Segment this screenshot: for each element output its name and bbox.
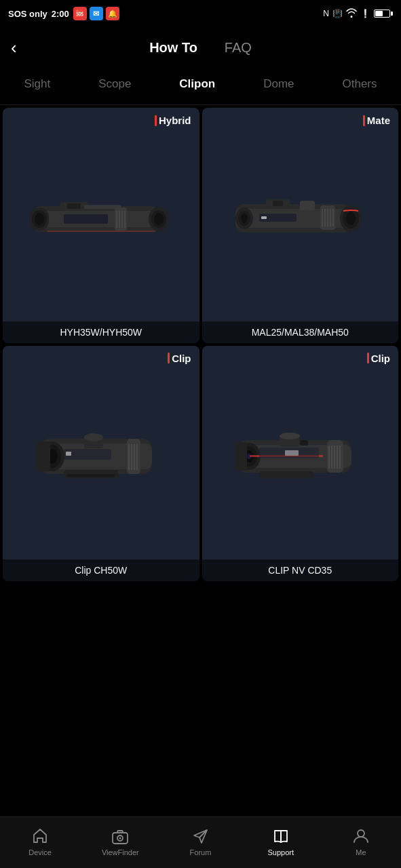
- nav-item-viewfinder[interactable]: ViewFinder: [80, 827, 160, 856]
- product-grid: Hybrid: [0, 105, 401, 584]
- product-card-cd35[interactable]: Clip: [202, 346, 399, 581]
- msg-icon: ✉: [90, 7, 103, 20]
- tab-how-to[interactable]: How To: [149, 37, 197, 58]
- svg-rect-51: [67, 474, 115, 477]
- alert-icon: 🔔: [106, 7, 119, 20]
- nav-item-device[interactable]: Device: [0, 827, 80, 856]
- nav-label-me: Me: [356, 848, 366, 856]
- nav-label-support: Support: [267, 848, 294, 856]
- empty-space: [0, 584, 401, 817]
- product-badge-clip1: Clip: [168, 353, 191, 364]
- vibrate-icon: 📳: [332, 9, 343, 18]
- time: 2:00: [52, 9, 69, 19]
- svg-rect-17: [47, 231, 155, 232]
- product-badge-hybrid: Hybrid: [155, 115, 191, 126]
- svg-rect-16: [64, 214, 108, 224]
- nav-label-forum: Forum: [190, 848, 212, 856]
- cat-tab-scope[interactable]: Scope: [93, 75, 136, 94]
- signal-alert-icon: ❕: [360, 9, 370, 18]
- nav-item-me[interactable]: Me: [321, 827, 401, 856]
- nav-label-viewfinder: ViewFinder: [102, 848, 139, 856]
- product-badge-mate: Mate: [363, 115, 390, 126]
- svg-point-62: [280, 433, 300, 439]
- book-icon: [271, 827, 290, 846]
- header: ‹ How To FAQ: [0, 27, 401, 68]
- product-image-cd35: [202, 346, 399, 559]
- battery-icon: [374, 9, 393, 18]
- nav-label-device: Device: [28, 848, 52, 856]
- send-icon: [191, 827, 210, 846]
- status-bar: SOS only 2:00 🆘 ✉ 🔔 N 📳 ❕: [0, 0, 401, 27]
- sos-text: SOS only: [8, 9, 47, 19]
- cat-tab-clipon[interactable]: Clipon: [174, 75, 221, 94]
- wifi-icon: [346, 8, 357, 20]
- product-label-mal: MAL25/MAL38/MAH50: [202, 321, 399, 343]
- user-icon: [351, 827, 370, 846]
- svg-rect-73: [259, 471, 313, 478]
- svg-point-78: [358, 830, 364, 837]
- nav-item-support[interactable]: Support: [241, 827, 321, 856]
- svg-point-4: [154, 213, 164, 225]
- product-label-ch50w: Clip CH50W: [3, 559, 199, 581]
- nfc-icon: N: [323, 9, 329, 18]
- cat-tab-others[interactable]: Others: [337, 75, 382, 94]
- product-badge-clip2: Clip: [367, 353, 390, 364]
- svg-rect-60: [235, 442, 247, 471]
- back-button[interactable]: ‹: [11, 39, 17, 56]
- svg-rect-9: [67, 203, 81, 209]
- bottom-nav: Device ViewFinder Forum: [0, 816, 401, 868]
- cat-tab-dome[interactable]: Dome: [258, 75, 299, 94]
- header-tabs: How To FAQ: [149, 37, 252, 58]
- sos-icon: 🆘: [73, 7, 87, 20]
- product-card-hyh[interactable]: Hybrid: [3, 108, 199, 343]
- svg-rect-36: [261, 216, 267, 219]
- svg-point-7: [35, 213, 44, 225]
- svg-rect-64: [327, 440, 343, 473]
- svg-point-22: [346, 212, 356, 225]
- product-card-ch50w[interactable]: Clip: [3, 346, 199, 581]
- category-tabs: Sight Scope Clipon Dome Others: [0, 68, 401, 105]
- svg-rect-28: [300, 201, 315, 210]
- svg-point-44: [84, 433, 103, 441]
- home-icon: [31, 827, 50, 846]
- product-label-hyh: HYH35W/HYH50W: [3, 321, 199, 343]
- svg-rect-72: [285, 450, 299, 456]
- svg-rect-27: [273, 201, 283, 206]
- product-image-mal: [202, 108, 399, 321]
- product-image-hyh: [3, 108, 199, 321]
- nav-item-forum[interactable]: Forum: [160, 827, 240, 856]
- camera-icon: [111, 827, 130, 846]
- status-right-icons: N 📳 ❕: [323, 8, 393, 20]
- product-card-mal[interactable]: Mate: [202, 108, 399, 343]
- tab-faq[interactable]: FAQ: [225, 37, 252, 58]
- svg-point-76: [119, 837, 121, 839]
- svg-rect-53: [66, 452, 71, 456]
- svg-rect-42: [37, 441, 50, 471]
- product-label-cd35: CLIP NV CD35: [202, 559, 399, 581]
- product-image-ch50w: [3, 346, 199, 559]
- svg-point-25: [241, 214, 248, 223]
- svg-rect-63: [300, 440, 308, 446]
- cat-tab-sight[interactable]: Sight: [18, 75, 56, 94]
